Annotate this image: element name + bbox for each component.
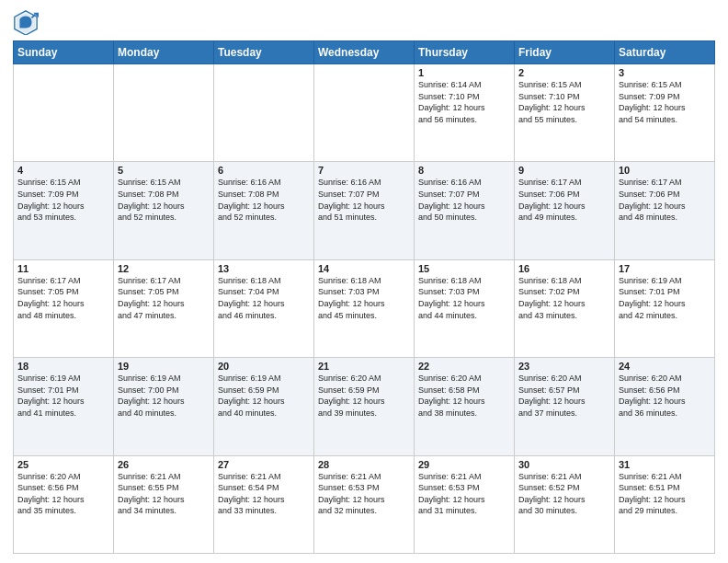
day-number: 1 (418, 67, 510, 78)
day-number: 3 (619, 67, 711, 78)
calendar-cell: 22Sunrise: 6:20 AM Sunset: 6:58 PM Dayli… (415, 358, 515, 455)
calendar-day-header: Friday (515, 41, 615, 64)
calendar-cell: 19Sunrise: 6:19 AM Sunset: 7:00 PM Dayli… (114, 358, 214, 455)
calendar-cell: 9Sunrise: 6:17 AM Sunset: 7:06 PM Daylig… (515, 162, 615, 259)
calendar-day-header: Thursday (415, 41, 515, 64)
calendar-cell: 4Sunrise: 6:15 AM Sunset: 7:09 PM Daylig… (14, 162, 114, 259)
calendar-cell: 10Sunrise: 6:17 AM Sunset: 7:06 PM Dayli… (615, 162, 715, 259)
day-info: Sunrise: 6:21 AM Sunset: 6:53 PM Dayligh… (318, 471, 410, 517)
calendar-cell: 1Sunrise: 6:14 AM Sunset: 7:10 PM Daylig… (415, 64, 515, 162)
calendar-cell: 6Sunrise: 6:16 AM Sunset: 7:08 PM Daylig… (214, 162, 314, 259)
day-info: Sunrise: 6:18 AM Sunset: 7:03 PM Dayligh… (318, 275, 410, 321)
calendar-day-header: Saturday (615, 41, 715, 64)
day-number: 2 (518, 67, 610, 78)
day-info: Sunrise: 6:18 AM Sunset: 7:03 PM Dayligh… (418, 275, 510, 321)
day-number: 16 (518, 263, 610, 274)
calendar-cell: 25Sunrise: 6:20 AM Sunset: 6:56 PM Dayli… (14, 455, 114, 553)
day-info: Sunrise: 6:18 AM Sunset: 7:04 PM Dayligh… (218, 275, 310, 321)
calendar-day-header: Monday (114, 41, 214, 64)
day-info: Sunrise: 6:16 AM Sunset: 7:07 PM Dayligh… (318, 177, 410, 223)
calendar-cell: 30Sunrise: 6:21 AM Sunset: 6:52 PM Dayli… (515, 455, 615, 553)
day-number: 19 (118, 361, 210, 372)
calendar-week-row: 25Sunrise: 6:20 AM Sunset: 6:56 PM Dayli… (14, 455, 715, 553)
calendar-cell: 18Sunrise: 6:19 AM Sunset: 7:01 PM Dayli… (14, 358, 114, 455)
calendar-header-row: SundayMondayTuesdayWednesdayThursdayFrid… (14, 41, 715, 64)
day-info: Sunrise: 6:15 AM Sunset: 7:09 PM Dayligh… (17, 177, 109, 223)
day-number: 30 (518, 459, 610, 470)
day-number: 7 (318, 165, 410, 176)
calendar-cell: 28Sunrise: 6:21 AM Sunset: 6:53 PM Dayli… (314, 455, 415, 553)
day-info: Sunrise: 6:20 AM Sunset: 6:56 PM Dayligh… (619, 373, 711, 419)
day-number: 15 (418, 263, 510, 274)
calendar-week-row: 4Sunrise: 6:15 AM Sunset: 7:09 PM Daylig… (14, 162, 715, 259)
calendar-cell (314, 64, 415, 162)
calendar-cell: 13Sunrise: 6:18 AM Sunset: 7:04 PM Dayli… (214, 259, 314, 357)
day-info: Sunrise: 6:19 AM Sunset: 6:59 PM Dayligh… (218, 373, 310, 419)
logo-icon (13, 9, 39, 35)
day-info: Sunrise: 6:17 AM Sunset: 7:06 PM Dayligh… (518, 177, 610, 223)
calendar-cell: 24Sunrise: 6:20 AM Sunset: 6:56 PM Dayli… (615, 358, 715, 455)
calendar-cell: 14Sunrise: 6:18 AM Sunset: 7:03 PM Dayli… (314, 259, 415, 357)
page: SundayMondayTuesdayWednesdayThursdayFrid… (0, 0, 728, 563)
day-info: Sunrise: 6:21 AM Sunset: 6:54 PM Dayligh… (218, 471, 310, 517)
day-info: Sunrise: 6:21 AM Sunset: 6:53 PM Dayligh… (418, 471, 510, 517)
calendar-cell: 26Sunrise: 6:21 AM Sunset: 6:55 PM Dayli… (114, 455, 214, 553)
calendar-cell (214, 64, 314, 162)
day-number: 31 (619, 459, 711, 470)
day-info: Sunrise: 6:21 AM Sunset: 6:52 PM Dayligh… (518, 471, 610, 517)
day-number: 29 (418, 459, 510, 470)
day-number: 25 (17, 459, 109, 470)
day-number: 18 (17, 361, 109, 372)
day-info: Sunrise: 6:14 AM Sunset: 7:10 PM Dayligh… (418, 79, 510, 125)
calendar-cell: 27Sunrise: 6:21 AM Sunset: 6:54 PM Dayli… (214, 455, 314, 553)
day-info: Sunrise: 6:20 AM Sunset: 6:57 PM Dayligh… (518, 373, 610, 419)
calendar-week-row: 18Sunrise: 6:19 AM Sunset: 7:01 PM Dayli… (14, 358, 715, 455)
day-info: Sunrise: 6:17 AM Sunset: 7:05 PM Dayligh… (118, 275, 210, 321)
day-info: Sunrise: 6:20 AM Sunset: 6:56 PM Dayligh… (17, 471, 109, 517)
day-number: 4 (17, 165, 109, 176)
calendar-table: SundayMondayTuesdayWednesdayThursdayFrid… (13, 40, 715, 554)
day-number: 6 (218, 165, 310, 176)
calendar-cell: 21Sunrise: 6:20 AM Sunset: 6:59 PM Dayli… (314, 358, 415, 455)
day-number: 14 (318, 263, 410, 274)
calendar-cell (14, 64, 114, 162)
day-info: Sunrise: 6:17 AM Sunset: 7:06 PM Dayligh… (619, 177, 711, 223)
calendar-day-header: Wednesday (314, 41, 415, 64)
day-number: 23 (518, 361, 610, 372)
day-number: 9 (518, 165, 610, 176)
calendar-cell (114, 64, 214, 162)
calendar-cell: 16Sunrise: 6:18 AM Sunset: 7:02 PM Dayli… (515, 259, 615, 357)
calendar-cell: 11Sunrise: 6:17 AM Sunset: 7:05 PM Dayli… (14, 259, 114, 357)
day-number: 24 (619, 361, 711, 372)
day-number: 21 (318, 361, 410, 372)
logo (13, 9, 42, 35)
day-info: Sunrise: 6:19 AM Sunset: 7:01 PM Dayligh… (619, 275, 711, 321)
calendar-cell: 15Sunrise: 6:18 AM Sunset: 7:03 PM Dayli… (415, 259, 515, 357)
day-info: Sunrise: 6:20 AM Sunset: 6:58 PM Dayligh… (418, 373, 510, 419)
day-number: 10 (619, 165, 711, 176)
calendar-week-row: 11Sunrise: 6:17 AM Sunset: 7:05 PM Dayli… (14, 259, 715, 357)
calendar-cell: 3Sunrise: 6:15 AM Sunset: 7:09 PM Daylig… (615, 64, 715, 162)
calendar-cell: 12Sunrise: 6:17 AM Sunset: 7:05 PM Dayli… (114, 259, 214, 357)
day-number: 22 (418, 361, 510, 372)
calendar-cell: 23Sunrise: 6:20 AM Sunset: 6:57 PM Dayli… (515, 358, 615, 455)
calendar-cell: 8Sunrise: 6:16 AM Sunset: 7:07 PM Daylig… (415, 162, 515, 259)
calendar-cell: 20Sunrise: 6:19 AM Sunset: 6:59 PM Dayli… (214, 358, 314, 455)
day-number: 8 (418, 165, 510, 176)
calendar-cell: 17Sunrise: 6:19 AM Sunset: 7:01 PM Dayli… (615, 259, 715, 357)
calendar-cell: 7Sunrise: 6:16 AM Sunset: 7:07 PM Daylig… (314, 162, 415, 259)
calendar-cell: 31Sunrise: 6:21 AM Sunset: 6:51 PM Dayli… (615, 455, 715, 553)
day-info: Sunrise: 6:21 AM Sunset: 6:55 PM Dayligh… (118, 471, 210, 517)
day-number: 20 (218, 361, 310, 372)
day-info: Sunrise: 6:15 AM Sunset: 7:08 PM Dayligh… (118, 177, 210, 223)
day-info: Sunrise: 6:17 AM Sunset: 7:05 PM Dayligh… (17, 275, 109, 321)
calendar-day-header: Sunday (14, 41, 114, 64)
day-number: 28 (318, 459, 410, 470)
calendar-cell: 29Sunrise: 6:21 AM Sunset: 6:53 PM Dayli… (415, 455, 515, 553)
calendar-day-header: Tuesday (214, 41, 314, 64)
day-number: 12 (118, 263, 210, 274)
day-number: 17 (619, 263, 711, 274)
day-info: Sunrise: 6:15 AM Sunset: 7:10 PM Dayligh… (518, 79, 610, 125)
day-info: Sunrise: 6:21 AM Sunset: 6:51 PM Dayligh… (619, 471, 711, 517)
day-number: 11 (17, 263, 109, 274)
